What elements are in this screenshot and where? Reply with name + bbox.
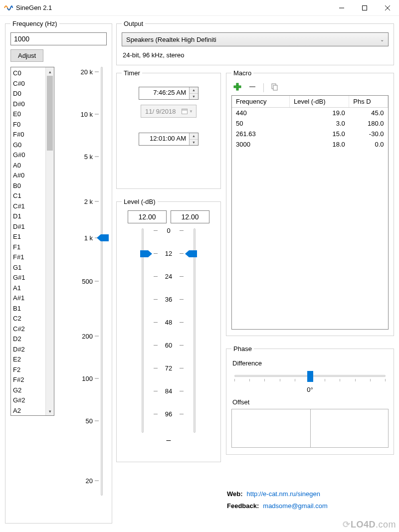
note-item[interactable]: F#2 [13, 375, 45, 385]
macro-header[interactable]: Level (-dB) [289, 96, 349, 108]
level-right-thumb[interactable] [185, 250, 197, 257]
svg-rect-11 [249, 86, 255, 87]
web-label: Web: [227, 488, 243, 500]
chevron-down-icon: ⌄ [380, 37, 384, 42]
freq-tick-label: 20 [86, 477, 93, 485]
level-tick-label: 96 [165, 410, 172, 418]
note-item[interactable]: G1 [13, 263, 45, 273]
spin-up-icon[interactable]: ▲ [190, 133, 198, 140]
frequency-input[interactable] [10, 32, 107, 45]
footer-links: Web: http://e-cat.nm.ru/sinegen Feedback… [227, 488, 328, 512]
note-item[interactable]: D#2 [13, 345, 45, 355]
close-button[interactable] [376, 0, 399, 16]
note-item[interactable]: A#1 [13, 293, 45, 304]
phase-slider-thumb[interactable] [307, 371, 313, 382]
level-tick-label: 24 [165, 273, 172, 280]
level-tick-label: 36 [165, 296, 172, 303]
timer-start-time[interactable]: 7:46:25 AM ▲ ▼ [139, 87, 199, 100]
note-item[interactable]: C#1 [13, 201, 45, 212]
table-row[interactable]: 261.6315.0-30.0 [232, 129, 388, 139]
note-item[interactable]: G0 [13, 140, 45, 151]
scroll-thumb[interactable] [47, 76, 53, 151]
note-item[interactable]: D0 [13, 89, 45, 99]
feedback-label: Feedback: [227, 500, 259, 512]
timer-group: Timer 7:46:25 AM ▲ ▼ [116, 69, 221, 189]
add-icon[interactable] [233, 83, 241, 92]
phase-legend: Phase [231, 345, 254, 353]
svg-marker-7 [140, 250, 152, 257]
note-item[interactable]: G2 [13, 385, 45, 396]
note-item[interactable]: C#2 [13, 324, 45, 335]
note-item[interactable]: C1 [13, 191, 45, 201]
note-item[interactable]: B1 [13, 304, 45, 314]
frequency-slider-thumb[interactable] [97, 234, 109, 241]
scroll-up-arrow[interactable]: ▴ [46, 67, 54, 76]
level-right-slider[interactable] [194, 228, 196, 433]
app-icon [4, 3, 13, 12]
table-row[interactable]: 44019.045.0 [232, 108, 388, 119]
note-item[interactable]: D1 [13, 211, 45, 222]
svg-rect-13 [273, 85, 277, 90]
level-right-input[interactable] [171, 210, 209, 223]
note-item[interactable]: F2 [13, 365, 45, 375]
macro-table[interactable]: FrequencyLevel (-dB)Phs D 44019.045.0503… [231, 95, 389, 330]
level-left-thumb[interactable] [140, 250, 152, 257]
note-scrollbar[interactable]: ▴ ▾ [45, 67, 54, 415]
level-tick-label: 12 [165, 250, 172, 257]
svg-rect-10 [234, 86, 241, 88]
note-item[interactable]: A2 [13, 406, 45, 416]
svg-marker-8 [185, 250, 197, 257]
spin-down-icon[interactable]: ▼ [190, 140, 198, 146]
freq-tick-label: 100 [82, 375, 93, 382]
phase-value: 0° [231, 386, 389, 393]
note-item[interactable]: F0 [13, 120, 45, 130]
web-link[interactable]: http://e-cat.nm.ru/sinegen [247, 488, 320, 500]
macro-header[interactable]: Phs D [349, 96, 388, 108]
level-left-slider[interactable] [142, 228, 144, 433]
feedback-link[interactable]: madsome@gmail.com [263, 500, 328, 512]
macro-header[interactable]: Frequency [232, 96, 289, 108]
minimize-button[interactable] [330, 0, 353, 16]
freq-tick-label: 10 k [80, 111, 93, 118]
note-item[interactable]: A1 [13, 283, 45, 294]
timer-end-time[interactable]: 12:01:00 AM ▲ ▼ [139, 133, 199, 146]
remove-icon[interactable] [248, 83, 256, 92]
table-row[interactable]: 300018.00.0 [232, 139, 388, 150]
spin-down-icon[interactable]: ▼ [190, 94, 198, 100]
phase-offset-display [231, 409, 389, 448]
maximize-button[interactable] [353, 0, 376, 16]
phase-slider[interactable] [234, 370, 386, 384]
output-legend: Output [122, 20, 145, 27]
output-group: Output Speakers (Realtek High Definiti ⌄… [116, 20, 394, 65]
note-item[interactable]: E0 [13, 109, 45, 120]
note-item[interactable]: G#0 [13, 150, 45, 161]
note-item[interactable]: D#1 [13, 222, 45, 232]
spin-up-icon[interactable]: ▲ [190, 87, 198, 94]
note-item[interactable]: G#2 [13, 395, 45, 406]
note-item[interactable]: A#0 [13, 171, 45, 181]
note-item[interactable]: A0 [13, 161, 45, 171]
note-item[interactable]: F#1 [13, 252, 45, 263]
note-listbox[interactable]: C0C#0D0D#0E0F0F#0G0G#0A0A#0B0C1C#1D1D#1E… [10, 67, 54, 416]
note-item[interactable]: D#0 [13, 99, 45, 110]
table-row[interactable]: 503.0180.0 [232, 118, 388, 129]
level-left-input[interactable] [128, 210, 167, 223]
adjust-button[interactable]: Adjust [10, 49, 43, 62]
freq-tick-label: 50 [86, 417, 93, 425]
note-item[interactable]: F#0 [13, 130, 45, 140]
note-item[interactable]: F1 [13, 242, 45, 253]
macro-group: Macro [226, 69, 394, 336]
note-item[interactable]: D2 [13, 334, 45, 345]
note-item[interactable]: E1 [13, 232, 45, 242]
note-item[interactable]: C0 [13, 68, 45, 79]
note-item[interactable]: C2 [13, 314, 45, 324]
note-item[interactable]: G#1 [13, 273, 45, 283]
scroll-down-arrow[interactable]: ▾ [46, 407, 54, 415]
frequency-slider[interactable]: 20 k10 k5 k2 k1 k5002001005020 [57, 67, 107, 496]
note-item[interactable]: B0 [13, 181, 45, 191]
note-item[interactable]: E2 [13, 355, 45, 365]
note-item[interactable]: C#0 [13, 79, 45, 89]
output-device-select[interactable]: Speakers (Realtek High Definiti ⌄ [122, 32, 389, 46]
copy-icon[interactable] [271, 83, 279, 92]
timer-legend: Timer [122, 69, 142, 77]
